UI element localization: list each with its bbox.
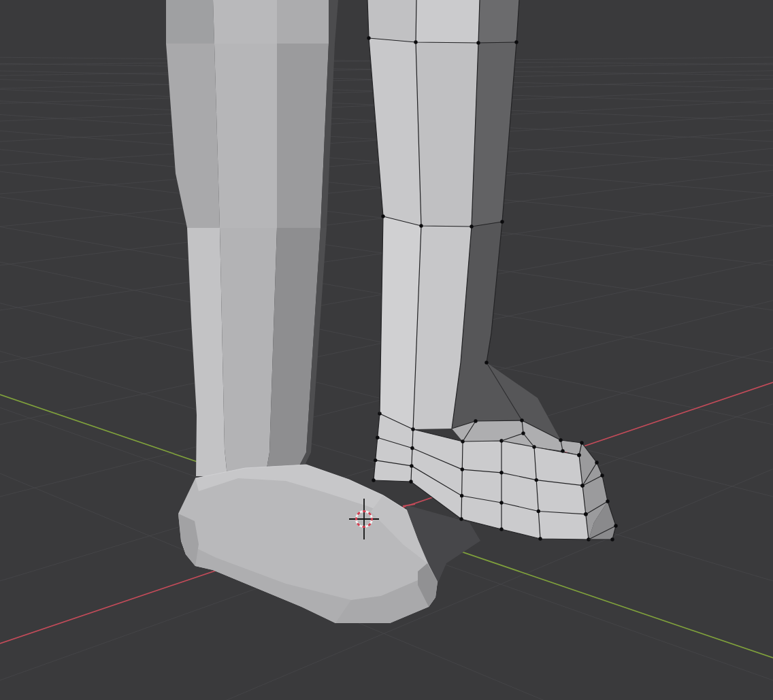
right-leg-facet-mid-mid [416, 42, 478, 227]
left-leg-facet-c-mid [277, 44, 329, 228]
left-leg-facet-b-mid [214, 44, 277, 228]
left-leg-facet-b-low [220, 228, 277, 476]
left-leg-facet-a-top [166, 0, 214, 44]
right-leg-facet-top-shadow [478, 0, 519, 43]
right-leg-facet-top-mid [416, 0, 480, 43]
left-leg-facet-b-top [213, 0, 277, 44]
left-leg-facet-c-top [277, 0, 329, 44]
viewport-canvas[interactable] [0, 0, 773, 700]
viewport-3d[interactable] [0, 0, 773, 700]
right-leg-facet-top-left [367, 0, 416, 42]
